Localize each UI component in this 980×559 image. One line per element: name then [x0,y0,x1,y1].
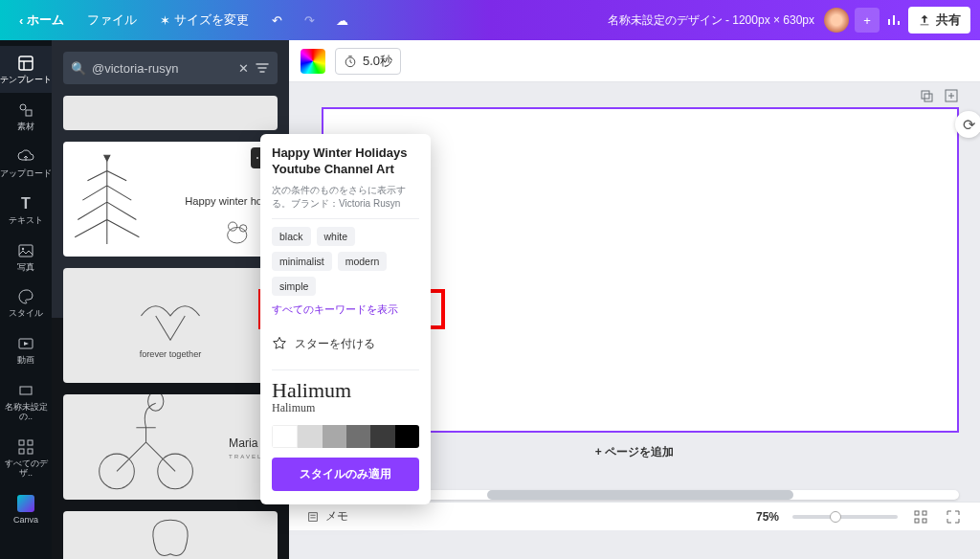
share-button[interactable]: 共有 [908,7,970,34]
home-button[interactable]: ‹ ホーム [10,6,74,34]
search-value: @victoria-rusyn [92,61,233,76]
svg-rect-8 [28,440,33,445]
video-icon [16,334,35,353]
svg-point-13 [229,222,237,231]
svg-rect-23 [924,94,932,101]
doc-icon [16,381,35,400]
duplicate-page-button[interactable] [919,88,934,103]
hands-illustration: forever together [63,268,278,383]
template-thumb-4[interactable] [63,511,278,559]
brand-link[interactable]: Victoria Rusyn [339,198,400,209]
popover-subtitle: 次の条件のものをさらに表示する。ブランド：Victoria Rusyn [272,184,419,211]
rail-more[interactable]: すべてのデザ.. [0,430,52,486]
grid-icon [16,437,35,457]
svg-text:forever together: forever together [140,349,202,359]
tag-list: black white minimalist modern simple [272,227,419,296]
resize-label: サイズを変更 [174,11,249,29]
show-all-keywords-link[interactable]: すべてのキーワードを表示 [272,303,419,317]
tag[interactable]: white [317,227,356,246]
rail-upload[interactable]: アップロード [0,140,52,187]
star-button[interactable]: スターを付ける [266,326,425,362]
fullscreen-button[interactable] [944,507,963,526]
duration-button[interactable]: 5.0秒 [335,48,401,75]
avatar[interactable] [824,8,849,33]
zoom-slider[interactable] [792,515,898,519]
star-label: スターを付ける [295,336,375,352]
apply-style-button[interactable]: スタイルのみ適用 [272,458,419,491]
curls-illustration [63,511,278,559]
share-icon [918,13,931,27]
rail-recent-doc[interactable]: 名称未設定の.. [0,373,52,430]
refresh-button[interactable]: ⟳ [955,111,980,138]
style-icon [16,287,35,306]
search-input[interactable]: 🔍 @victoria-rusyn ✕ [63,52,278,84]
template-detail-popover: Happy Winter Holidays Youtube Channel Ar… [260,134,431,504]
file-menu[interactable]: ファイル [78,6,146,34]
bottom-bar: メモ 75% [289,502,980,530]
svg-point-18 [148,394,164,411]
duration-value: 5.0秒 [363,53,392,70]
svg-rect-22 [922,91,929,99]
svg-rect-26 [923,511,926,515]
elements-icon [16,101,35,120]
tag[interactable]: simple [272,277,316,296]
rail-elements[interactable]: 素材 [0,93,52,140]
template-icon [16,54,35,73]
bar-chart-icon [886,12,902,28]
color-picker-button[interactable] [301,49,325,74]
swatch[interactable] [272,425,298,448]
page-grid-button[interactable] [911,507,930,526]
svg-rect-9 [19,449,24,454]
new-page-button[interactable] [944,88,959,103]
svg-point-4 [22,247,24,249]
filter-button[interactable] [255,60,270,76]
rail-template[interactable]: テンプレート [0,46,52,93]
resize-menu[interactable]: ✶ サイズを変更 [150,6,258,34]
swatch[interactable] [298,425,322,448]
add-member-button[interactable]: + [855,8,880,33]
document-title[interactable]: 名称未設定のデザイン - 1200px × 630px [608,12,814,29]
cloud-sync-icon[interactable]: ☁ [327,6,356,34]
notes-icon [306,510,320,524]
swatch[interactable] [395,425,419,448]
swatch[interactable] [346,425,370,448]
search-icon: 🔍 [71,61,86,76]
swatch[interactable] [370,425,394,448]
chevron-left-icon: ‹ [19,13,23,28]
template-thumb-3[interactable]: Maria OshoTRAVEL BLOG [63,394,278,500]
svg-rect-25 [915,511,919,515]
template-thumb-1[interactable]: ⋯ Happy winter holidays [63,142,278,257]
brand-name-large: Halimum [272,378,419,403]
rail-photo[interactable]: 写真 [0,234,52,280]
undo-button[interactable]: ↶ [262,6,291,34]
tag[interactable]: minimalist [272,252,332,271]
clear-search-button[interactable]: ✕ [238,61,249,76]
redo-button[interactable]: ↷ [295,6,323,34]
analytics-button[interactable] [880,6,908,34]
svg-rect-0 [19,56,33,70]
rail-canva[interactable]: Canva [0,486,52,533]
canva-icon [16,494,35,513]
tag[interactable]: modern [338,252,388,271]
svg-point-1 [20,104,26,110]
notes-button[interactable]: メモ [306,508,348,525]
template-panel: 🔍 @victoria-rusyn ✕ ⋯ Happy winter holid… [52,40,289,559]
topbar: ‹ ホーム ファイル ✶ サイズを変更 ↶ ↷ ☁ 名称未設定のデザイン - 1… [0,0,980,40]
star-icon [272,336,287,351]
rail-text[interactable]: T テキスト [0,187,52,234]
color-palette[interactable] [272,425,419,448]
bike-illustration: Maria OshoTRAVEL BLOG [63,394,278,500]
svg-rect-2 [26,110,32,116]
rail-video[interactable]: 動画 [0,326,52,373]
share-label: 共有 [936,11,961,29]
notes-label: メモ [325,508,348,525]
photo-icon [16,241,35,260]
tag[interactable]: black [272,227,311,246]
template-thumb-2[interactable]: forever together [63,268,278,383]
zoom-percent[interactable]: 75% [756,510,779,524]
template-thumb-0[interactable] [63,96,278,130]
rail-style[interactable]: スタイル [0,280,52,326]
swatch[interactable] [323,425,346,448]
svg-rect-7 [19,440,24,445]
svg-rect-28 [923,519,926,523]
